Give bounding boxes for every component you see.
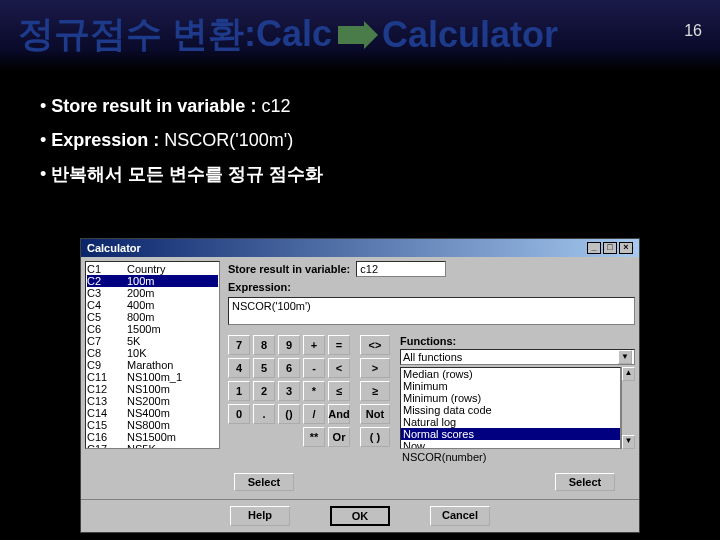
comparison-button[interactable]: <> [360,335,390,355]
function-item[interactable]: Minimum [401,380,620,392]
scroll-up-icon[interactable]: ▲ [622,367,635,381]
function-item[interactable]: Minimum (rows) [401,392,620,404]
bullet-1: Store result in variable : c12 [40,89,680,123]
titlebar[interactable]: Calculator _ □ × [81,239,639,257]
function-item[interactable]: Now [401,440,620,449]
slide-title: 정규점수 변환:Calc Calculator [0,0,720,71]
keypad-button[interactable]: 4 [228,358,250,378]
function-list[interactable]: Median (rows)MinimumMinimum (rows)Missin… [400,367,621,449]
function-item[interactable]: Natural log [401,416,620,428]
bullet-list: Store result in variable : c12 Expressio… [0,71,720,198]
keypad-button[interactable]: = [328,335,350,355]
column-row[interactable]: C810K [87,347,218,359]
keypad-button[interactable]: And [328,404,350,424]
function-item[interactable]: Median (rows) [401,368,620,380]
keypad-button[interactable]: 1 [228,381,250,401]
column-row[interactable]: C12NS100m [87,383,218,395]
function-item[interactable]: Normal scores [401,428,620,440]
close-icon[interactable]: × [619,242,633,254]
column-row[interactable]: C3200m [87,287,218,299]
keypad-button[interactable]: 8 [253,335,275,355]
function-signature: NSCOR(number) [400,451,635,463]
window-title: Calculator [87,242,141,254]
column-row[interactable]: C61500m [87,323,218,335]
column-row[interactable]: C4400m [87,299,218,311]
keypad-button[interactable]: () [278,404,300,424]
scrollbar[interactable]: ▲ ▼ [621,367,635,449]
bullet-2: Expression : NSCOR('100m') [40,123,680,157]
minimize-icon[interactable]: _ [587,242,601,254]
function-item[interactable]: Missing data code [401,404,620,416]
comparison-button[interactable]: > [360,358,390,378]
ok-button[interactable]: OK [330,506,390,526]
keypad-button[interactable]: 2 [253,381,275,401]
keypad-button[interactable]: + [303,335,325,355]
keypad-button[interactable]: . [253,404,275,424]
keypad-button[interactable]: ≤ [328,381,350,401]
select-column-button[interactable]: Select [234,473,294,491]
keypad-button[interactable]: 0 [228,404,250,424]
column-row[interactable]: C11NS100m_1 [87,371,218,383]
maximize-icon[interactable]: □ [603,242,617,254]
column-row[interactable]: C2100m [87,275,218,287]
functions-label: Functions: [400,335,635,347]
keypad-button[interactable]: 7 [228,335,250,355]
comparison-button[interactable]: Not [360,404,390,424]
column-row[interactable]: C75K [87,335,218,347]
store-label: Store result in variable: [228,263,350,275]
title-after: Calculator [382,14,558,56]
keypad-button[interactable]: - [303,358,325,378]
keypad-button[interactable]: 5 [253,358,275,378]
column-row[interactable]: C1Country [87,263,218,275]
keypad-button[interactable]: < [328,358,350,378]
comparison-button[interactable]: ( ) [360,427,390,447]
chevron-down-icon[interactable]: ▼ [618,350,632,364]
expression-label: Expression: [228,281,635,293]
expression-input[interactable]: NSCOR('100m') [228,297,635,325]
keypad-button[interactable]: * [303,381,325,401]
keypad: 789+=456-<123*≤0.()/And**Or [228,335,350,463]
column-row[interactable]: C17NS5K [87,443,218,449]
keypad-button[interactable]: / [303,404,325,424]
comparison-column: <>>≥Not( ) [360,335,390,463]
column-row[interactable]: C16NS1500m [87,431,218,443]
title-before: 정규점수 변환:Calc [18,10,332,59]
arrow-right-icon [338,26,366,44]
help-button[interactable]: Help [230,506,290,526]
store-input[interactable]: c12 [356,261,446,277]
column-row[interactable]: C5800m [87,311,218,323]
keypad-button[interactable]: Or [328,427,350,447]
scroll-down-icon[interactable]: ▼ [622,435,635,449]
bullet-3: 반복해서 모든 변수를 정규 점수화 [40,157,680,191]
keypad-button[interactable]: 6 [278,358,300,378]
comparison-button[interactable]: ≥ [360,381,390,401]
page-number: 16 [684,22,702,40]
calculator-window: Calculator _ □ × C1CountryC2100mC3200mC4… [80,238,640,533]
keypad-button[interactable]: 9 [278,335,300,355]
column-row[interactable]: C13NS200m [87,395,218,407]
column-row[interactable]: C9Marathon [87,359,218,371]
select-function-button[interactable]: Select [555,473,615,491]
column-row[interactable]: C14NS400m [87,407,218,419]
keypad-button[interactable]: 3 [278,381,300,401]
column-list[interactable]: C1CountryC2100mC3200mC4400mC5800mC61500m… [85,261,220,449]
cancel-button[interactable]: Cancel [430,506,490,526]
function-filter-dropdown[interactable]: All functions ▼ [400,349,635,365]
function-filter-value: All functions [403,351,462,363]
column-row[interactable]: C15NS800m [87,419,218,431]
keypad-button[interactable]: ** [303,427,325,447]
